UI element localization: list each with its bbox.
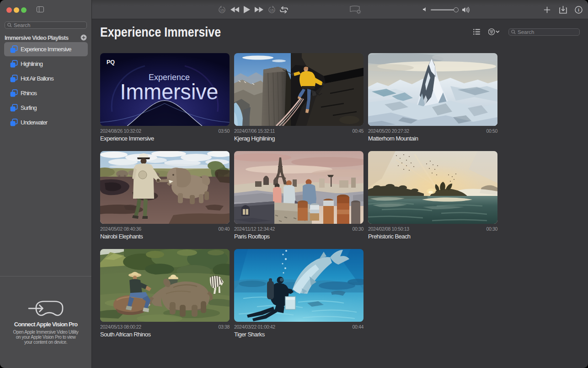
- svg-text:i: i: [578, 7, 579, 12]
- svg-text:PQ: PQ: [107, 59, 115, 65]
- svg-text:15: 15: [270, 9, 274, 12]
- svg-text:Immersive: Immersive: [120, 80, 219, 104]
- svg-text:15: 15: [220, 9, 224, 12]
